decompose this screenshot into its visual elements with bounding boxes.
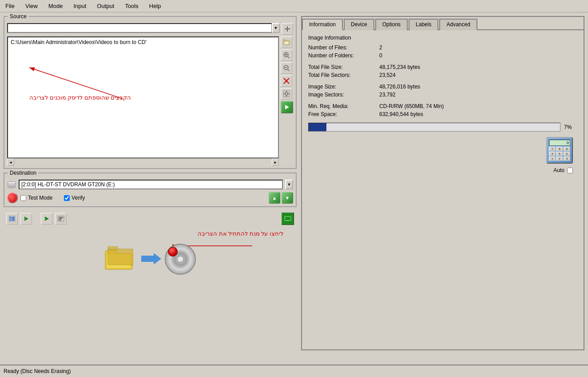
source-add-button[interactable] (282, 23, 293, 35)
menu-output[interactable]: Output (95, 2, 116, 10)
cd-icon[interactable] (165, 244, 196, 275)
source-dropdown[interactable] (7, 23, 272, 33)
info-label-2: Total File Size: (308, 64, 379, 70)
svg-rect-38 (285, 217, 291, 221)
menu-input[interactable]: Input (72, 2, 88, 10)
svg-rect-45 (108, 249, 133, 265)
tab-advanced[interactable]: Advanced (439, 19, 477, 30)
info-row-2: Total File Size: 48,175,234 bytes (308, 64, 577, 70)
erase-button[interactable] (7, 193, 18, 203)
calc-buttons: 7 8 9 4 5 6 1 2 3 (549, 147, 570, 161)
verify-checkbox[interactable] (64, 195, 70, 201)
menu-tools[interactable]: Tools (123, 2, 140, 10)
calc-btn-5[interactable]: 5 (556, 152, 563, 156)
calc-display: 0 (549, 140, 570, 146)
dest-options-row: Test Mode Verify ▲ ▼ (7, 192, 293, 204)
left-panel: Source ▼ C:\Users\Main Administrator\Vid… (4, 16, 297, 350)
info-section-title: Image Information (308, 35, 577, 41)
toolbar-btn-settings[interactable] (55, 213, 67, 225)
info-label-3: Total File Sectors: (308, 72, 379, 78)
zoom-out-button[interactable] (281, 62, 292, 74)
up-btn[interactable]: ▲ (269, 192, 280, 204)
progress-bar (308, 123, 560, 132)
svg-rect-37 (59, 220, 61, 221)
source-group: Source ▼ C:\Users\Main Administrator\Vid… (4, 16, 297, 169)
destination-title: Destination (8, 170, 38, 176)
main-content: Source ▼ C:\Users\Main Administrator\Vid… (0, 12, 588, 354)
calc-btn-1[interactable]: 7 (549, 147, 556, 151)
info-row-0: Number of Files: 2 (308, 44, 577, 51)
browse-button[interactable] (281, 36, 292, 48)
tab-bar: Information Device Options Labels Advanc… (302, 17, 584, 30)
info-value-4: 48,726,016 bytes (379, 84, 420, 90)
svg-point-27 (11, 182, 12, 183)
source-dropdown-arrow[interactable]: ▼ (272, 23, 280, 33)
statusbar: Ready (Disc Needs Erasing) (0, 365, 588, 377)
properties-button[interactable] (281, 88, 292, 100)
info-value-1: 0 (379, 52, 382, 59)
info-row-6: Min. Req. Media: CD-R/RW (650MB, 74 Min) (308, 103, 577, 109)
info-value-6: CD-R/RW (650MB, 74 Min) (379, 103, 444, 109)
svg-marker-32 (24, 217, 28, 221)
test-mode-checkbox[interactable] (20, 195, 26, 201)
scroll-left-btn[interactable]: ◄ (7, 159, 14, 166)
test-mode-label: Test Mode (20, 195, 52, 201)
scroll-right-btn[interactable]: ► (272, 159, 279, 166)
info-value-0: 2 (379, 44, 382, 51)
file-list-wrapper: C:\Users\Main Administrator\Videos\Video… (7, 36, 279, 165)
info-label-1: Number of Folders: (308, 52, 379, 59)
zoom-in-button[interactable] (281, 49, 292, 61)
start-button[interactable] (281, 101, 293, 113)
toolbar-btn-play2[interactable] (41, 213, 52, 225)
toolbar-btn-play[interactable] (20, 213, 32, 225)
menu-file[interactable]: File (4, 2, 16, 10)
source-dropdown-row: ▼ (7, 23, 293, 35)
calc-btn-2[interactable]: 8 (556, 147, 563, 151)
tab-labels[interactable]: Labels (409, 19, 438, 30)
dest-dropdown[interactable]: [2:0:0] HL-DT-ST DVDRAM GT20N (E:) (19, 180, 283, 189)
calc-btn-6[interactable]: 6 (564, 152, 570, 156)
calculator-icon[interactable]: 0 7 8 9 4 5 6 1 2 3 (546, 137, 573, 164)
calc-btn-9[interactable]: 3 (564, 156, 570, 161)
calc-btn-7[interactable]: 1 (549, 156, 556, 161)
progress-container: 7% (308, 123, 577, 132)
remove-button[interactable] (281, 75, 292, 87)
info-value-2: 48,175,234 bytes (379, 64, 420, 70)
svg-line-6 (288, 56, 290, 58)
dest-inner: [2:0:0] HL-DT-ST DVDRAM GT20N (E:) ▼ Tes… (7, 180, 293, 204)
file-path: C:\Users\Main Administrator\Videos\Video… (8, 37, 278, 47)
svg-rect-39 (287, 221, 289, 221)
info-row-5: Image Sectors: 23,792 (308, 92, 577, 98)
calc-btn-3[interactable]: 9 (564, 147, 570, 151)
drive-icon (7, 180, 16, 189)
tab-options[interactable]: Options (375, 19, 408, 30)
menu-view[interactable]: View (24, 2, 40, 10)
info-row-1: Number of Folders: 0 (308, 52, 577, 59)
tab-information[interactable]: Information (302, 19, 343, 30)
info-row-4: Image Size: 48,726,016 bytes (308, 84, 577, 90)
svg-rect-35 (59, 217, 63, 218)
statusbar-text: Ready (Disc Needs Erasing) (4, 368, 71, 374)
tab-device[interactable]: Device (344, 19, 374, 30)
tab-content: Image Information Number of Files: 2 Num… (302, 30, 584, 178)
scroll-track (14, 159, 272, 165)
svg-marker-33 (45, 217, 49, 221)
svg-line-10 (288, 69, 290, 71)
calc-btn-8[interactable]: 2 (556, 156, 563, 161)
calc-btn-4[interactable]: 4 (549, 152, 556, 156)
auto-label: Auto (553, 167, 564, 173)
menu-help[interactable]: Help (147, 2, 163, 10)
screen-btn[interactable] (282, 213, 294, 225)
toolbar-btn-1[interactable] (6, 213, 18, 225)
menu-mode[interactable]: Mode (47, 2, 65, 10)
destination-group: Destination [2:0:0] HL-DT-ST (4, 172, 297, 207)
file-list-scroll: C:\Users\Main Administrator\Videos\Video… (7, 36, 279, 158)
down-btn[interactable]: ▼ (282, 192, 293, 204)
auto-checkbox[interactable] (567, 168, 573, 173)
ud-btns: ▲ ▼ (269, 192, 293, 204)
tabs-container: Information Device Options Labels Advanc… (301, 16, 584, 350)
info-label-4: Image Size: (308, 84, 379, 90)
dest-dropdown-arrow[interactable]: ▼ (285, 180, 293, 189)
toolbar-right (282, 213, 294, 225)
blue-arrow (141, 252, 161, 267)
